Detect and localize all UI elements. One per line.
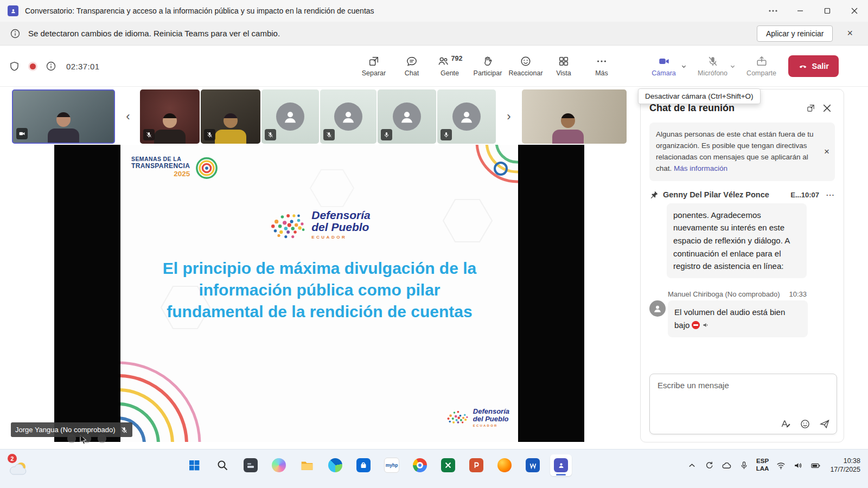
pin-icon — [649, 190, 659, 200]
camera-control: Cámara — [646, 55, 690, 77]
widgets-weather-icon[interactable]: 2 — [9, 456, 37, 482]
format-icon[interactable] — [780, 419, 791, 429]
chat-compose-box[interactable]: Escribe un mensaje — [649, 374, 837, 434]
mic-muted-icon — [204, 129, 215, 140]
taskbar: 2 myhp ESPLAA 10:38 17/7/2025 — [0, 449, 868, 488]
send-icon[interactable] — [819, 419, 830, 429]
defensoria-logo-small: Defensoríadel Pueblo ECUADOR — [445, 407, 509, 428]
filmstrip-next-button[interactable]: › — [502, 108, 515, 125]
widgets-badge: 2 — [8, 454, 17, 463]
system-tray: ESPLAA 10:38 17/7/2025 — [687, 450, 860, 481]
filmstrip-prev-button[interactable]: ‹ — [122, 108, 135, 125]
battery-icon[interactable] — [810, 460, 821, 471]
language-indicator[interactable]: ESPLAA — [756, 458, 769, 473]
mic-muted-icon — [323, 129, 335, 140]
maximize-button[interactable] — [814, 0, 841, 22]
file-explorer-icon[interactable] — [296, 454, 318, 476]
word-icon[interactable] — [522, 454, 544, 476]
meeting-content: ‹ › — [0, 87, 868, 449]
raise-hand-button[interactable]: Participar — [470, 55, 506, 77]
excel-icon[interactable] — [437, 454, 459, 476]
person-avatar-icon — [334, 102, 362, 131]
search-icon[interactable] — [212, 454, 233, 476]
avatar-tile-participant[interactable] — [320, 89, 376, 144]
avatar-tile-participant[interactable] — [378, 89, 436, 144]
shield-icon[interactable] — [9, 61, 20, 72]
meeting-timer: 02:37:01 — [66, 62, 100, 71]
chat-panel-title: Chat de la reunión — [649, 102, 802, 114]
dark-app-icon[interactable] — [240, 454, 261, 476]
close-chat-icon[interactable] — [819, 104, 835, 112]
chat-message: El volumen del audio está bien bajo — [668, 300, 808, 337]
mic-off-icon — [707, 55, 719, 67]
titlebar-more-button[interactable] — [760, 0, 787, 22]
notice-close-icon[interactable]: × — [824, 145, 829, 159]
camera-dropdown-icon[interactable] — [681, 63, 690, 69]
copilot-icon[interactable] — [268, 454, 290, 476]
volume-icon[interactable] — [793, 460, 803, 471]
meeting-info-icon[interactable] — [46, 61, 56, 72]
hang-up-icon — [798, 61, 808, 71]
microphone-button[interactable]: Micrófono — [695, 55, 731, 77]
people-button[interactable]: 792 Gente — [432, 55, 468, 77]
breakout-button[interactable]: Separar — [356, 55, 392, 77]
more-options-button[interactable]: Más — [584, 55, 620, 77]
leave-button[interactable]: Salir — [788, 55, 839, 77]
window-titlebar: Conversatorio: Transparencia y acceso a … — [0, 0, 868, 22]
clock[interactable]: 10:38 17/7/2025 — [830, 457, 860, 474]
myhp-icon[interactable]: myhp — [381, 454, 403, 476]
raised-hand-icon — [482, 55, 494, 67]
meeting-controls: Separar Chat 792 Gente Participar Reacci… — [356, 46, 620, 87]
pinned-author: Genny Del Pilar Vélez Ponce — [663, 190, 786, 199]
banner-message: Se detectaron cambios de idioma. Reinici… — [28, 29, 280, 38]
more-info-link[interactable]: Más información — [674, 164, 727, 172]
message-time: 10:33 — [789, 290, 807, 298]
banner-close-icon[interactable]: × — [847, 28, 853, 39]
person-avatar-icon — [276, 102, 304, 131]
video-tile-participant[interactable] — [201, 89, 260, 144]
dots-map-icon — [445, 407, 469, 428]
camera-switch-icon[interactable] — [16, 128, 28, 139]
corner-arcs-bottom-left — [120, 350, 202, 442]
teams-icon[interactable] — [550, 454, 572, 476]
tray-mic-icon[interactable] — [739, 460, 749, 471]
sync-icon[interactable] — [704, 460, 714, 471]
self-video-figure — [44, 112, 82, 143]
chat-button[interactable]: Chat — [394, 55, 430, 77]
tray-chevron-icon[interactable] — [687, 460, 697, 471]
video-tile-participant[interactable] — [140, 89, 200, 144]
onedrive-cloud-icon[interactable] — [722, 460, 732, 471]
chrome-icon[interactable] — [409, 454, 431, 476]
start-button[interactable] — [183, 454, 205, 476]
popout-chat-icon[interactable] — [802, 104, 819, 113]
view-button[interactable]: Vista — [546, 55, 582, 77]
video-tile-participant[interactable] — [522, 89, 627, 144]
share-button[interactable]: Comparte — [744, 55, 780, 77]
close-window-button[interactable] — [841, 0, 868, 22]
emoji-icon[interactable] — [800, 419, 810, 429]
avatar-tile-participant[interactable] — [261, 89, 319, 144]
chat-message: ponentes. Agradecemos nuevamente su inte… — [667, 203, 807, 278]
language-change-banner: Se detectaron cambios de idioma. Reinici… — [0, 22, 868, 46]
avatar-tile-participant[interactable] — [437, 89, 496, 144]
react-button[interactable]: Reaccionar — [508, 55, 544, 77]
wifi-icon[interactable] — [776, 460, 786, 471]
chat-bubble-icon — [406, 55, 418, 67]
apply-restart-button[interactable]: Aplicar y reiniciar — [757, 25, 833, 42]
store-icon[interactable] — [353, 454, 374, 476]
camera-button[interactable]: Cámara — [646, 55, 682, 77]
recording-indicator — [30, 63, 36, 69]
edge-icon[interactable] — [324, 454, 346, 476]
dots-map-icon — [268, 209, 306, 240]
message-more-icon[interactable]: ⋯ — [826, 190, 835, 200]
mic-dropdown-icon[interactable] — [730, 63, 738, 69]
video-tile-self[interactable] — [12, 89, 115, 144]
ellipsis-icon — [596, 55, 608, 67]
powerpoint-icon[interactable] — [465, 454, 487, 476]
external-participants-notice: Algunas personas de este chat están fuer… — [649, 123, 835, 181]
info-icon — [10, 28, 21, 39]
minimize-button[interactable] — [787, 0, 814, 22]
firefox-icon[interactable] — [494, 454, 515, 476]
camera-icon — [658, 55, 670, 67]
participant-count: 792 — [451, 55, 463, 62]
